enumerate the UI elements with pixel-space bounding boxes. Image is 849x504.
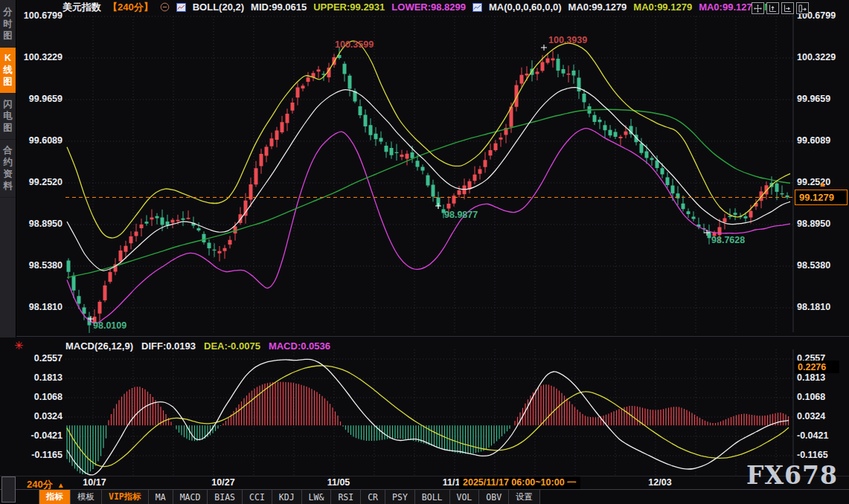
toolbar-item-cci[interactable]: CCI xyxy=(243,490,272,504)
indicator-chart-icon[interactable] xyxy=(472,3,482,12)
toolbar-item-cr[interactable]: CR xyxy=(361,490,385,504)
toolbar-item-kdj[interactable]: KDJ xyxy=(272,490,302,504)
chart-header: 美元指数 【240分】 BOLL(20,2) MID:99.0615 UPPER… xyxy=(63,1,772,13)
boll-mid-value: MID:99.0615 xyxy=(251,1,307,13)
sidebar-tab-char: 约 xyxy=(3,156,13,168)
panel-divider[interactable] xyxy=(0,336,849,337)
macd-dea-value: DEA:-0.0075 xyxy=(204,340,260,352)
shift-pane-icon[interactable] xyxy=(796,2,809,14)
ma0-value-3: MA0:99.1279 xyxy=(699,1,757,13)
move-pane-icon[interactable] xyxy=(752,2,764,14)
macd-header: MACD(26,12,9) DIFF:0.0193 DEA:-0.0075 MA… xyxy=(65,340,330,352)
sidebar-tab-char: 资 xyxy=(3,168,13,180)
macd-tick-left: 0.1068 xyxy=(18,392,63,402)
chart-canvas[interactable] xyxy=(0,0,849,504)
sidebar-tab-char: 合 xyxy=(3,144,13,156)
toolbar-item-obv[interactable]: OBV xyxy=(479,490,509,504)
date-label: 10/17 xyxy=(83,477,106,488)
price-tick-left: 100.3229 xyxy=(18,52,63,62)
price-tick-right: 98.8950 xyxy=(797,219,830,229)
toolbar-item-psy[interactable]: PSY xyxy=(385,490,415,504)
sidebar-tab-char: K xyxy=(4,52,11,64)
macd-tick-right: 0.1068 xyxy=(797,392,825,402)
toolbar-item-lw[interactable]: LW& xyxy=(302,490,332,504)
price-tick-left: 99.9659 xyxy=(18,94,63,104)
sidebar-tab-char: 图 xyxy=(3,76,13,88)
sidebar-tab-char: 图 xyxy=(3,122,13,134)
price-tick-left: 99.6089 xyxy=(18,135,63,146)
macd-tick-left: 0.0324 xyxy=(18,411,63,421)
price-tick-left: 100.6799 xyxy=(18,10,63,21)
indicator-toolbar: 指标模板VIP指标MAMACDBIASCCIKDJLW&RSICRPSYBOLL… xyxy=(39,490,540,504)
pane-controls xyxy=(752,2,809,14)
price-tick-right: 99.9659 xyxy=(797,94,830,104)
price-annotation: 100.3939 xyxy=(548,35,587,45)
date-label: 12/03 xyxy=(648,477,671,488)
ma-label: MA(0,0,0,60,0,0) xyxy=(489,1,562,13)
macd-current-box: 0.2276 xyxy=(795,361,839,373)
alert-star-icon[interactable]: ✳ xyxy=(14,339,24,352)
sidebar-tab-char: 图 xyxy=(3,30,13,42)
macd-title: MACD(26,12,9) xyxy=(65,340,133,352)
current-price-box: 99.1279 xyxy=(795,190,848,205)
toolbar-item-boll[interactable]: BOLL xyxy=(415,490,450,504)
macd-macd-value: MACD:0.0536 xyxy=(269,340,330,352)
sidebar-tab-char: 闪 xyxy=(3,98,13,110)
price-tick-left: 98.1810 xyxy=(18,302,63,312)
period-badge[interactable]: 【240分】 xyxy=(108,1,153,14)
trading-app: 分时图K线图闪电图合约资料 美元指数 【240分】 BOLL(20,2) MID… xyxy=(0,0,849,504)
date-label: 11/05 xyxy=(327,477,350,488)
price-tick-right: 98.1810 xyxy=(797,302,830,312)
ma0-value-1: MA0:99.1279 xyxy=(568,1,627,13)
price-annotation: 98.7628 xyxy=(711,235,745,245)
chevron-up-icon: ▲ xyxy=(57,481,65,489)
minus-circle-icon[interactable] xyxy=(160,2,170,12)
price-tick-left: 99.2520 xyxy=(18,177,63,187)
axis-divider xyxy=(0,476,849,476)
boll-upper-value: UPPER:99.2931 xyxy=(313,1,385,13)
boll-lower-value: LOWER:98.8299 xyxy=(391,1,466,13)
chart-type-sidebar: 分时图K线图闪电图合约资料 xyxy=(0,0,16,337)
sidebar-tab-char: 电 xyxy=(3,110,13,122)
price-up-arrow-icon: ▲ xyxy=(818,179,827,188)
toolbar-item-templates[interactable]: 模板 xyxy=(71,490,102,504)
corner-handle[interactable] xyxy=(1,476,16,503)
macd-tick-left: 0.1813 xyxy=(18,372,63,383)
macd-tick-right: -0.0421 xyxy=(797,430,828,441)
sidebar-tab-kline-chart[interactable]: K线图 xyxy=(0,48,16,94)
sidebar-tab-char: 料 xyxy=(3,180,13,192)
macd-diff-value: DIFF:0.0193 xyxy=(141,340,196,352)
sidebar-tab-char: 分 xyxy=(3,6,13,18)
toolbar-item-ma[interactable]: MA xyxy=(149,490,173,504)
toolbar-item-vol[interactable]: VOL xyxy=(450,490,480,504)
macd-tick-left: -0.1165 xyxy=(18,450,63,460)
sidebar-tab-time-chart[interactable]: 分时图 xyxy=(0,1,16,48)
date-label: 10/27 xyxy=(211,477,234,488)
macd-tick-left: -0.0421 xyxy=(18,430,63,441)
toolbar-item-indicators[interactable]: 指标 xyxy=(39,490,71,504)
expand-pane-right-icon[interactable] xyxy=(781,2,794,14)
toolbar-item-macd[interactable]: MACD xyxy=(173,490,208,504)
price-tick-left: 98.5380 xyxy=(18,260,63,271)
toolbar-item-rsi[interactable]: RSI xyxy=(331,490,361,504)
toolbar-item-bias[interactable]: BIAS xyxy=(208,490,243,504)
expand-pane-up-icon[interactable] xyxy=(766,2,779,14)
price-annotation: 98.0109 xyxy=(93,320,126,331)
boll-label: BOLL(20,2) xyxy=(193,1,244,13)
watermark: FX678 xyxy=(746,461,838,490)
macd-tick-right: -0.1165 xyxy=(797,450,828,460)
sidebar-tab-char: 线 xyxy=(3,64,13,76)
toolbar-item-vip-indicators[interactable]: VIP指标 xyxy=(102,490,149,504)
ma0-value-2: MA0:99.1279 xyxy=(633,1,692,13)
price-tick-right: 98.5380 xyxy=(797,260,830,271)
price-tick-right: 99.6089 xyxy=(797,135,830,146)
price-tick-left: 98.8950 xyxy=(18,219,63,229)
price-annotation: 98.9877 xyxy=(444,210,478,220)
sidebar-tab-char: 时 xyxy=(3,18,13,30)
indicator-chart-icon[interactable] xyxy=(176,3,186,12)
toolbar-item-settings[interactable]: 设置 xyxy=(509,490,540,504)
sidebar-tab-flash-chart[interactable]: 闪电图 xyxy=(0,94,16,140)
sidebar-tab-contract-info[interactable]: 合约资料 xyxy=(0,140,16,198)
macd-tick-right: 0.1813 xyxy=(797,372,825,383)
crosshair-date-tooltip: 2025/11/17 06:00~10:00 一 xyxy=(459,476,580,489)
